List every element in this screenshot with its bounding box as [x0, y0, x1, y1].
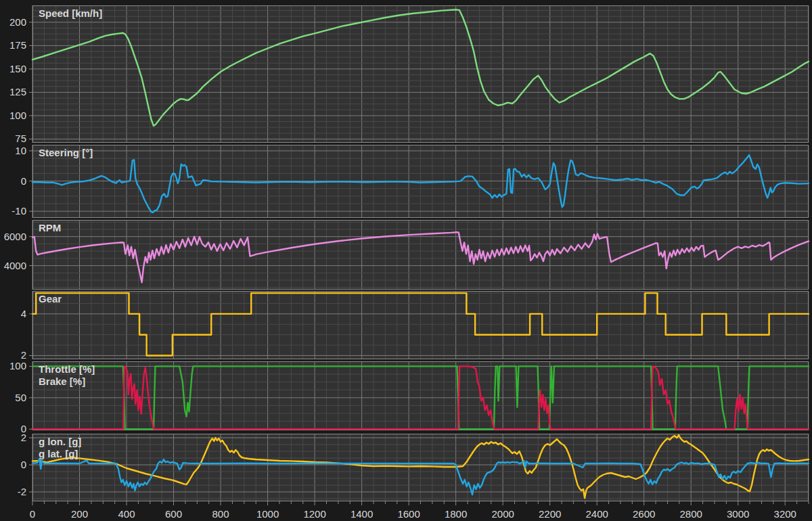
gear-ytick: 2: [21, 349, 26, 361]
pedals-plot: 100500Throttle [%]Brake [%]: [32, 361, 809, 430]
pedals-ytick: 100: [9, 360, 26, 371]
xtick-label: 1800: [445, 508, 467, 520]
xtick-label: 3000: [727, 508, 749, 520]
pedals-ytick: 50: [15, 392, 26, 403]
gear-ytick: 4: [21, 308, 26, 319]
gforce-panel: 20-2g lon. [g]g lat. [g]0200400600800100…: [32, 434, 809, 501]
speed-plot: 20017515012510075Speed [km/h]: [32, 5, 809, 143]
speed-ytick: 75: [15, 133, 26, 144]
steering-ytick: 10: [15, 145, 26, 156]
gforce-ytick: 0: [21, 459, 26, 470]
gforce-ytick: -2: [18, 486, 26, 497]
xtick-label: 200: [71, 508, 88, 520]
pedals-label-0: Throttle [%]: [39, 363, 95, 375]
gforce-ytick: 2: [21, 432, 26, 443]
gforce-label-1: g lat. [g]: [39, 448, 78, 459]
xtick-label: 2800: [680, 508, 702, 520]
rpm-label-0: RPM: [39, 222, 61, 233]
speed-ytick: 200: [9, 16, 26, 28]
gear-plot: 42Gear: [32, 291, 809, 359]
speed-ytick: 175: [9, 39, 26, 51]
rpm-ytick: 4000: [4, 260, 26, 271]
gforce-plot: 20-2g lon. [g]g lat. [g]0200400600800100…: [32, 434, 809, 501]
steering-panel: 100-10Steering [°]: [32, 145, 809, 218]
xtick-label: 2400: [585, 508, 608, 520]
speed-ytick: 150: [9, 63, 26, 74]
speed-ytick: 125: [9, 86, 26, 97]
speed-ytick: 100: [9, 110, 26, 121]
xtick-label: 400: [118, 508, 135, 520]
speed-panel: 20017515012510075Speed [km/h]: [32, 5, 809, 143]
xtick-label: 1600: [397, 508, 420, 520]
xtick-label: 2600: [633, 508, 655, 520]
steering-ytick: -10: [12, 205, 26, 217]
xtick-label: 1200: [303, 508, 325, 520]
gforce-label-0: g lon. [g]: [39, 436, 81, 447]
rpm-panel: 60004000RPM: [32, 220, 809, 290]
gear-label-0: Gear: [39, 293, 62, 304]
pedals-panel: 100500Throttle [%]Brake [%]: [32, 361, 809, 430]
xtick-label: 0: [30, 508, 35, 520]
xtick-label: 800: [212, 508, 229, 520]
rpm-ytick: 6000: [4, 231, 26, 242]
speed-label-0: Speed [km/h]: [39, 7, 102, 19]
xtick-label: 1400: [351, 508, 373, 520]
gear-panel: 42Gear: [32, 291, 809, 359]
xtick-label: 2000: [491, 508, 514, 520]
pedals-label-1: Brake [%]: [39, 376, 85, 387]
xtick-label: 2200: [539, 508, 561, 520]
steering-ytick: 0: [21, 175, 26, 187]
xtick-label: 600: [165, 508, 182, 520]
steering-plot: 100-10Steering [°]: [32, 145, 809, 218]
xtick-label: 3200: [774, 508, 796, 520]
telemetry-dashboard: 20017515012510075Speed [km/h] 100-10Stee…: [0, 0, 812, 521]
rpm-plot: 60004000RPM: [32, 220, 809, 290]
steering-label-0: Steering [°]: [39, 147, 93, 158]
xtick-label: 1000: [256, 508, 279, 520]
